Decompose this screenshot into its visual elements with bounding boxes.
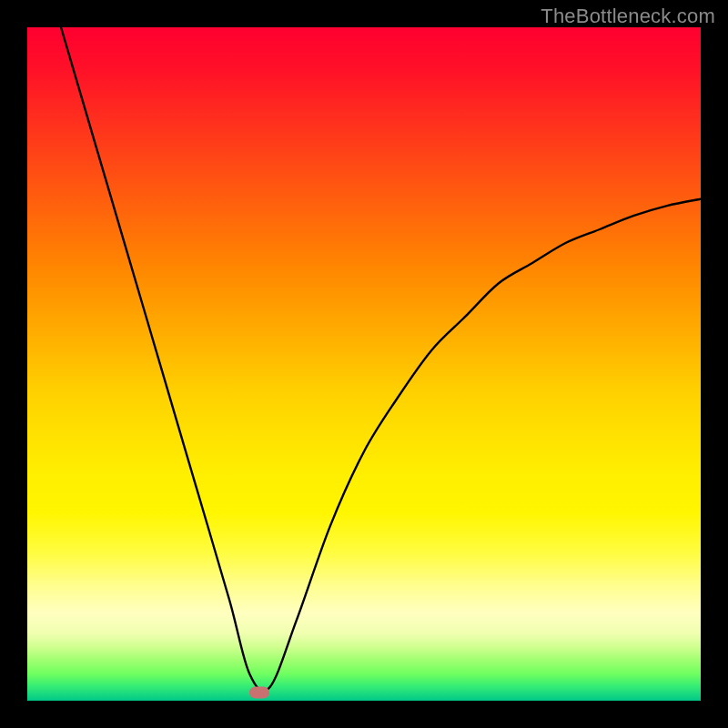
curve-layer xyxy=(27,27,701,701)
chart-canvas: TheBottleneck.com xyxy=(0,0,728,728)
optimal-point-marker xyxy=(249,687,269,699)
bottleneck-curve xyxy=(61,27,701,691)
watermark-text: TheBottleneck.com xyxy=(541,5,715,28)
plot-area xyxy=(27,27,701,701)
